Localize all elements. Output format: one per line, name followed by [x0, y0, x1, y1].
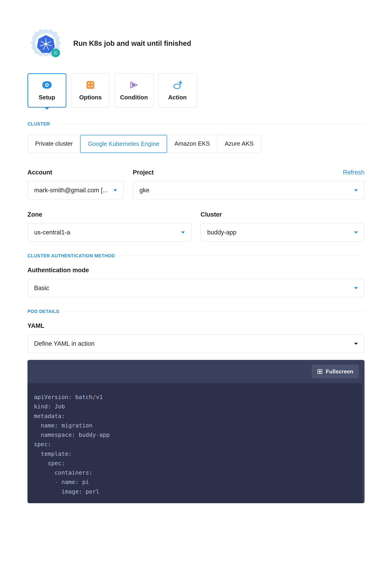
chevron-down-icon — [354, 343, 358, 345]
action-icon — [173, 80, 182, 90]
fullscreen-label: Fullscreen — [326, 368, 353, 375]
chevron-down-icon — [113, 189, 117, 191]
zone-value: us-central1-a — [34, 229, 70, 236]
main-tabs: Setup Options Condition — [28, 73, 364, 108]
field-zone: Zone us-central1-a — [28, 211, 192, 242]
svg-point-15 — [88, 83, 90, 84]
play-badge-icon — [51, 48, 60, 57]
section-pod: POD DETAILS — [28, 309, 364, 314]
chevron-down-icon — [181, 231, 185, 233]
tab-options[interactable]: Options — [71, 73, 110, 108]
editor-body[interactable]: apiVersion: batch/v1 kind: Job metadata:… — [28, 383, 364, 503]
tab-action[interactable]: Action — [158, 73, 197, 108]
cluster-provider-group: Private cluster Google Kubernetes Engine… — [28, 135, 364, 153]
field-cluster: Cluster buddy-app — [200, 211, 364, 242]
section-auth: CLUSTER AUTHENTICATION METHOD — [28, 253, 364, 258]
project-value: gke — [140, 187, 150, 194]
divider-line — [57, 124, 364, 124]
kubernetes-job-icon — [28, 25, 64, 62]
svg-point-13 — [46, 84, 48, 86]
svg-point-18 — [91, 86, 93, 87]
section-label: CLUSTER — [28, 121, 50, 127]
account-select[interactable]: mark-smith@gmail.com [... — [28, 181, 124, 200]
yaml-value: Define YAML in action — [34, 340, 94, 347]
svg-point-16 — [91, 83, 93, 84]
divider-line — [122, 256, 364, 256]
provider-eks[interactable]: Amazon EKS — [167, 135, 218, 153]
chevron-down-icon — [354, 287, 358, 289]
auth-mode-select[interactable]: Basic — [28, 279, 364, 297]
cluster-value: buddy-app — [207, 229, 236, 236]
divider-line — [66, 311, 364, 312]
project-select[interactable]: gke — [133, 181, 364, 200]
svg-rect-23 — [319, 371, 321, 373]
refresh-link[interactable]: Refresh — [343, 169, 364, 176]
account-value: mark-smith@gmail.com [... — [34, 187, 108, 194]
svg-rect-14 — [86, 81, 94, 89]
field-account: Account mark-smith@gmail.com [... — [28, 169, 124, 200]
auth-mode-label: Authentication mode — [28, 267, 89, 274]
zone-select[interactable]: us-central1-a — [28, 223, 192, 242]
zone-label: Zone — [28, 211, 42, 218]
svg-marker-11 — [55, 52, 56, 53]
cluster-select[interactable]: buddy-app — [200, 223, 364, 242]
yaml-select[interactable]: Define YAML in action — [28, 334, 364, 353]
section-label: POD DETAILS — [28, 309, 59, 314]
fullscreen-button[interactable]: Fullscreen — [312, 365, 358, 378]
provider-aks[interactable]: Azure AKS — [217, 135, 261, 153]
fullscreen-icon — [317, 369, 322, 374]
account-label: Account — [28, 169, 52, 176]
provider-private-cluster[interactable]: Private cluster — [28, 135, 80, 153]
field-project: Project Refresh gke — [133, 169, 364, 200]
condition-icon — [129, 80, 139, 90]
tab-label: Condition — [120, 94, 148, 101]
tab-label: Options — [79, 94, 102, 101]
provider-gke[interactable]: Google Kubernetes Engine — [80, 135, 167, 153]
project-label: Project — [133, 169, 154, 176]
chevron-down-icon — [354, 231, 358, 233]
tab-label: Action — [168, 94, 187, 101]
page-header: Run K8s job and wait until finished — [28, 25, 364, 62]
cluster-label: Cluster — [200, 211, 222, 218]
yaml-editor: Fullscreen apiVersion: batch/v1 kind: Jo… — [28, 360, 364, 503]
tab-label: Setup — [39, 94, 55, 101]
svg-point-21 — [174, 84, 180, 89]
gear-icon — [42, 80, 52, 90]
tab-setup[interactable]: Setup — [28, 73, 66, 108]
editor-toolbar: Fullscreen — [28, 360, 364, 383]
options-icon — [86, 80, 95, 90]
field-auth-mode: Authentication mode Basic — [28, 267, 364, 297]
field-yaml: YAML Define YAML in action — [28, 322, 364, 353]
page-title: Run K8s job and wait until finished — [73, 39, 191, 48]
tab-condition[interactable]: Condition — [114, 73, 154, 108]
yaml-label: YAML — [28, 322, 44, 329]
auth-mode-value: Basic — [34, 285, 49, 292]
section-label: CLUSTER AUTHENTICATION METHOD — [28, 253, 115, 258]
section-cluster: CLUSTER — [28, 121, 364, 127]
chevron-down-icon — [354, 189, 358, 191]
svg-point-17 — [88, 86, 90, 87]
